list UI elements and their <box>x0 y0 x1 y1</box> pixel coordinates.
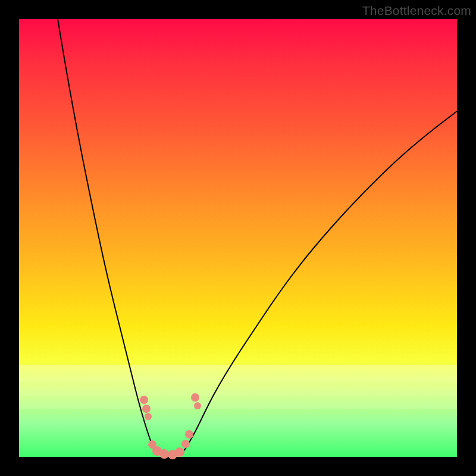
data-marker <box>191 393 199 402</box>
watermark-text: TheBottleneck.com <box>362 4 471 18</box>
data-marker <box>142 405 151 413</box>
right-branch-curve <box>181 111 457 453</box>
data-marker <box>145 413 152 420</box>
data-marker <box>194 402 201 409</box>
data-marker <box>159 449 169 459</box>
data-marker <box>185 430 193 439</box>
curve-layer <box>19 19 457 457</box>
chart-frame: TheBottleneck.com <box>0 0 476 476</box>
data-marker <box>140 396 148 404</box>
left-branch-curve <box>58 19 157 453</box>
plot-area <box>19 19 457 457</box>
data-marker <box>175 447 184 457</box>
marker-group <box>140 393 201 459</box>
data-marker <box>181 440 190 448</box>
